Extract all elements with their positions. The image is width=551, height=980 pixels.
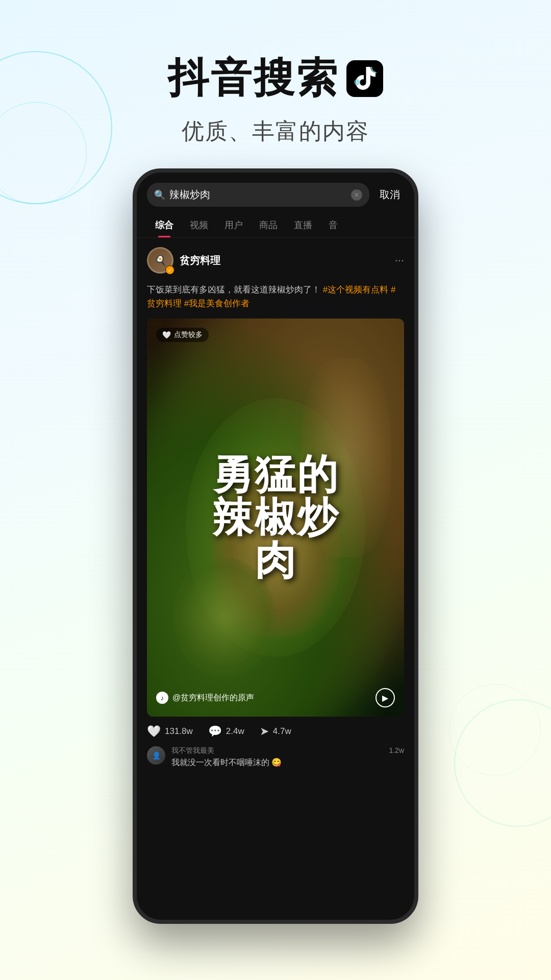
clear-search-button[interactable]: ✕ [351, 189, 362, 201]
comment-count: 2.4w [226, 726, 244, 737]
title-text: 抖音搜索 [168, 51, 339, 106]
bg-decoration-4 [449, 684, 541, 776]
comment-icon: 💬 [208, 725, 222, 738]
sound-info: ♪ @贫穷料理创作的原声 [156, 692, 254, 704]
comment-text: 我就没一次看时不咽唾沫的 😋 [171, 757, 404, 768]
comment-reply-count: 1.2w [389, 746, 404, 754]
search-input-wrapper[interactable]: 🔍 辣椒炒肉 ✕ [147, 183, 369, 207]
content-area: 🍳 ✓ 贫穷料理 ··· 下饭菜到底有多凶猛，就看这道辣椒炒肉了！ #这个视频有… [137, 238, 414, 768]
search-icon: 🔍 [154, 189, 165, 201]
overlay-line2: 辣椒炒 [212, 496, 339, 539]
comment-avatar: 👤 [147, 746, 165, 765]
tiktok-mini-logo: ♪ [156, 692, 168, 704]
comment-preview: 👤 我不管我最美 我就没一次看时不咽唾沫的 😋 1.2w [137, 746, 414, 768]
tab-live[interactable]: 直播 [286, 215, 320, 237]
tiktok-logo-badge [346, 60, 383, 97]
post-user-info: 🍳 ✓ 贫穷料理 [147, 247, 220, 274]
like-count: 131.8w [165, 726, 193, 737]
avatar-wrapper: 🍳 ✓ [147, 247, 173, 274]
svg-point-0 [354, 79, 360, 85]
video-text-overlay: 勇猛的 辣椒炒 肉 [212, 453, 339, 582]
search-query-text: 辣椒炒肉 [169, 188, 347, 202]
tabs-container: 综合 视频 用户 商品 直播 音 [137, 207, 414, 238]
like-button[interactable]: 🤍 131.8w [147, 725, 193, 738]
more-options-icon[interactable]: ··· [395, 254, 404, 267]
phone-frame: 🔍 辣椒炒肉 ✕ 取消 综合 视频 用户 商品 [133, 168, 418, 924]
comment-button[interactable]: 💬 2.4w [208, 725, 244, 738]
cancel-button[interactable]: 取消 [375, 188, 404, 202]
post-main-text: 下饭菜到底有多凶猛，就看这道辣椒炒肉了！ [147, 285, 320, 295]
comment-content: 我不管我最美 我就没一次看时不咽唾沫的 😋 [171, 746, 404, 768]
play-button[interactable]: ▶ [375, 688, 395, 707]
share-icon: ➤ [260, 725, 269, 738]
search-bar-container: 🔍 辣椒炒肉 ✕ 取消 [137, 173, 414, 207]
post-username[interactable]: 贫穷料理 [180, 254, 220, 267]
share-button[interactable]: ➤ 4.7w [260, 725, 291, 738]
interaction-bar: 🤍 131.8w 💬 2.4w ➤ 4.7w [137, 717, 414, 746]
tab-video[interactable]: 视频 [182, 215, 216, 237]
likes-badge: 🤍 点赞较多 [156, 328, 209, 342]
share-count: 4.7w [273, 726, 291, 737]
tab-comprehensive[interactable]: 综合 [147, 215, 182, 237]
tiktok-icon [352, 65, 378, 93]
tab-user[interactable]: 用户 [216, 215, 251, 237]
heart-icon: 🤍 [162, 331, 171, 339]
likes-badge-text: 点赞较多 [174, 330, 203, 339]
overlay-line3: 肉 [212, 539, 339, 582]
phone-container: 🔍 辣椒炒肉 ✕ 取消 综合 视频 用户 商品 [133, 168, 418, 924]
tab-sound[interactable]: 音 [320, 215, 346, 237]
post-header: 🍳 ✓ 贫穷料理 ··· [137, 238, 414, 283]
overlay-line1: 勇猛的 [212, 453, 339, 496]
video-bottom-bar: ♪ @贫穷料理创作的原声 ▶ [147, 688, 404, 707]
video-thumbnail[interactable]: 🤍 点赞较多 勇猛的 辣椒炒 肉 ♪ @贫穷料理创作的原声 [147, 318, 404, 717]
sound-text: @贫穷料理创作的原声 [172, 693, 254, 703]
phone-screen: 🔍 辣椒炒肉 ✕ 取消 综合 视频 用户 商品 [137, 173, 414, 920]
like-icon: 🤍 [147, 725, 161, 738]
tab-product[interactable]: 商品 [251, 215, 286, 237]
comment-username: 我不管我最美 [171, 746, 404, 755]
post-text: 下饭菜到底有多凶猛，就看这道辣椒炒肉了！ #这个视频有点料 #贫穷料理 #我是美… [137, 283, 414, 318]
verified-badge: ✓ [165, 265, 174, 275]
